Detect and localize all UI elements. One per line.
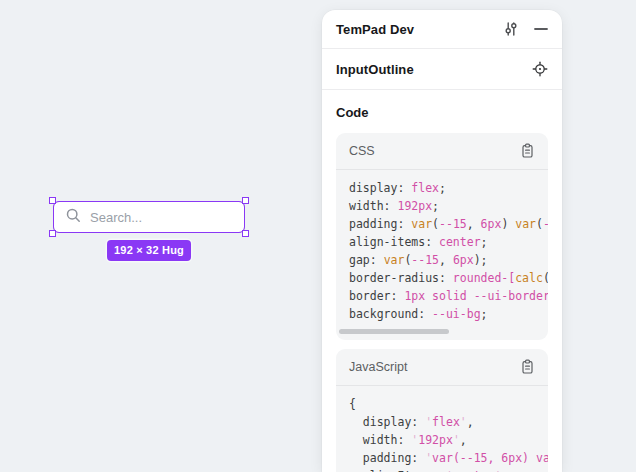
search-input-component[interactable] — [53, 201, 245, 233]
code-line: display: 'flex', — [349, 413, 548, 431]
horizontal-scrollbar-thumb[interactable] — [339, 329, 449, 334]
copy-icon[interactable] — [520, 359, 535, 375]
selected-node-name: InputOutline — [336, 62, 414, 77]
locate-icon[interactable] — [532, 61, 548, 77]
search-icon — [65, 207, 82, 228]
code-section: Code CSS display: flex;width: 192px;padd… — [322, 90, 562, 472]
css-code-card: CSS display: flex;width: 192px;padding: … — [336, 133, 548, 340]
size-badge: 192 × 32 Hug — [107, 240, 191, 261]
css-code-body[interactable]: display: flex;width: 192px;padding: var(… — [336, 170, 548, 323]
css-card-label: CSS — [349, 144, 375, 158]
js-card-label: JavaScript — [349, 360, 407, 374]
selected-component[interactable]: 192 × 32 Hug — [53, 201, 245, 233]
selection-handle-top-left[interactable] — [49, 197, 56, 204]
minimize-icon[interactable] — [534, 21, 548, 37]
code-line: width: 192px; — [349, 197, 548, 215]
selection-handle-bottom-left[interactable] — [49, 230, 56, 237]
code-section-label: Code — [336, 105, 548, 120]
css-card-header: CSS — [336, 133, 548, 170]
code-line: { — [349, 395, 548, 413]
code-line: align-items: center; — [349, 233, 548, 251]
js-code-body[interactable]: { display: 'flex', width: '192px', paddi… — [336, 386, 548, 472]
code-line: display: flex; — [349, 179, 548, 197]
tempad-dev-panel: TemPad Dev InputOutline — [322, 10, 562, 472]
code-line: alignItems: 'center', — [349, 467, 548, 472]
figma-canvas: { "canvas": { "search_input": { "placeho… — [0, 0, 636, 472]
code-line: padding: var(--15, 6px) var(-- — [349, 215, 548, 233]
code-line: border-radius: rounded-[calc(v — [349, 269, 548, 287]
panel-title: TemPad Dev — [336, 22, 414, 37]
selection-handle-bottom-right[interactable] — [242, 230, 249, 237]
code-line: width: '192px', — [349, 431, 548, 449]
copy-icon[interactable] — [520, 143, 535, 159]
code-line: border: 1px solid --ui-border- — [349, 287, 548, 305]
sliders-icon[interactable] — [503, 21, 519, 37]
js-code-card: JavaScript { display: 'flex', width: '19… — [336, 349, 548, 472]
selected-node-row: InputOutline — [322, 49, 562, 90]
code-line: gap: var(--15, 6px); — [349, 251, 548, 269]
code-line: padding: 'var(--15, 6px) var — [349, 449, 548, 467]
js-card-header: JavaScript — [336, 349, 548, 386]
panel-header: TemPad Dev — [322, 10, 562, 49]
search-input[interactable] — [90, 210, 230, 225]
code-line: background: --ui-bg; — [349, 305, 548, 323]
selection-handle-top-right[interactable] — [242, 197, 249, 204]
